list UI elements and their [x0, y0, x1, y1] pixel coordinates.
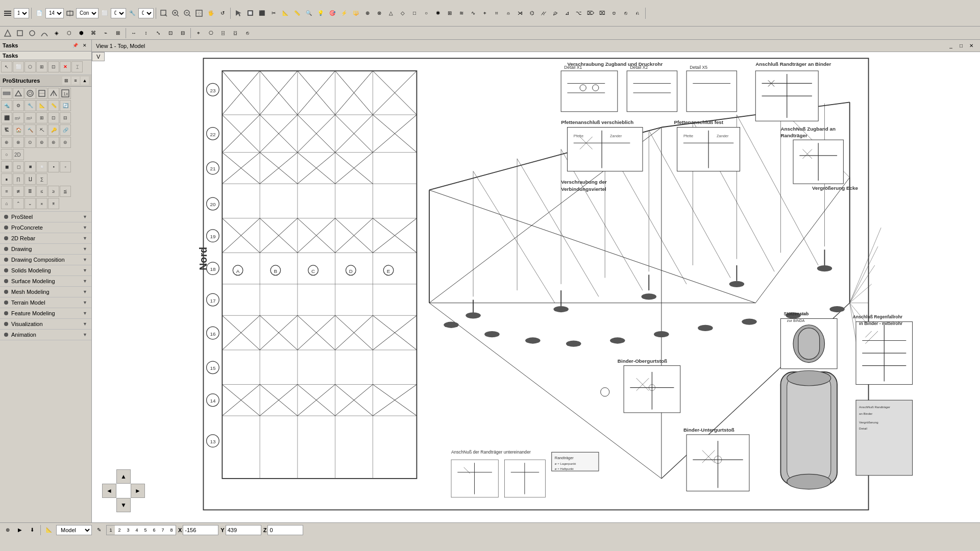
sel9[interactable]: 🎯: [327, 8, 338, 19]
status-icon4[interactable]: 📐: [44, 525, 54, 535]
tb4[interactable]: 🔧: [127, 8, 138, 19]
sel31[interactable]: ⌦: [585, 8, 596, 19]
ps-t9[interactable]: 🔧: [24, 100, 36, 111]
maximize-btn[interactable]: □: [957, 41, 966, 51]
tasks-pin[interactable]: 📌: [71, 41, 79, 49]
ps-t48[interactable]: ≦: [60, 186, 71, 197]
ps-t47[interactable]: ≥: [48, 186, 59, 197]
sel5[interactable]: 📐: [280, 8, 291, 19]
new-button[interactable]: 📄: [34, 8, 45, 19]
ps-t39[interactable]: ∎: [1, 173, 12, 185]
rotate-tool[interactable]: ↺: [217, 8, 228, 19]
sel28[interactable]: ⌮: [550, 8, 561, 19]
sec-tb18[interactable]: ⌻: [217, 28, 229, 39]
ps-t5[interactable]: [48, 88, 59, 99]
ps-t52[interactable]: ⌅: [36, 198, 47, 209]
pan-tool[interactable]: 🖐: [205, 8, 216, 19]
zoom-in[interactable]: [170, 8, 181, 19]
close-view-btn[interactable]: ✕: [967, 41, 976, 51]
tab-7[interactable]: 7: [159, 525, 167, 535]
ps-t18[interactable]: ⊟: [60, 112, 71, 123]
sel3[interactable]: ⬛: [256, 8, 267, 19]
ps-t45[interactable]: ≣: [24, 186, 36, 197]
nav-left[interactable]: ◄: [102, 484, 116, 498]
list-view[interactable]: ≡: [71, 77, 80, 85]
ps-t11[interactable]: 📏: [48, 100, 59, 111]
ps-t12[interactable]: 🔄: [60, 100, 71, 111]
y-input[interactable]: [226, 525, 261, 535]
drawing-viewport[interactable]: 23 22 21 20 19 18 17: [92, 52, 980, 522]
tb3[interactable]: ⬜: [99, 8, 110, 19]
sec-tb10[interactable]: ⊞: [112, 28, 124, 39]
select-all[interactable]: ⊞: [36, 61, 47, 72]
sec-tb12[interactable]: ↕: [140, 28, 152, 39]
sec-tb1[interactable]: [2, 28, 13, 39]
tab-1[interactable]: 1: [107, 525, 115, 535]
sel23[interactable]: ⌗: [491, 8, 502, 19]
ps-t28[interactable]: ⊚: [36, 137, 47, 148]
sec-tb4[interactable]: [39, 28, 50, 39]
sec-tb6[interactable]: ⬡: [63, 28, 75, 39]
menu-prosteel[interactable]: ProSteel ▼: [0, 212, 91, 222]
ps-t13[interactable]: ⬛: [1, 112, 12, 123]
menu-solids-modeling[interactable]: Solids Modeling ▼: [0, 265, 91, 276]
ps-t20[interactable]: 🏠: [13, 124, 24, 136]
ps-t23[interactable]: 🔑: [48, 124, 59, 136]
ps-t51[interactable]: ⌄: [24, 198, 36, 209]
sec-tb3[interactable]: [27, 28, 38, 39]
model-dropdown[interactable]: Model: [56, 525, 92, 535]
grid-view[interactable]: ⊞: [62, 77, 70, 85]
tab-6[interactable]: 6: [150, 525, 158, 535]
num1-dropdown[interactable]: 0: [111, 8, 126, 18]
ps-t35[interactable]: ◾: [24, 161, 36, 172]
sec-tb8[interactable]: ⌘: [88, 28, 99, 39]
ps-t42[interactable]: ∑: [36, 173, 47, 185]
sec-tb14[interactable]: ⊡: [165, 28, 176, 39]
ps-t41[interactable]: ∐: [24, 173, 36, 185]
ps-t30[interactable]: ⊜: [60, 137, 71, 148]
cont-dropdown[interactable]: Cont▾: [76, 8, 99, 18]
menu-proconcrete[interactable]: ProConcrete ▼: [0, 222, 91, 233]
menu-animation[interactable]: Animation ▼: [0, 330, 91, 340]
sel29[interactable]: ⊿: [561, 8, 573, 19]
sel4[interactable]: ✂: [268, 8, 279, 19]
menu-feature-modeling[interactable]: Feature Modeling ▼: [0, 308, 91, 319]
sec-tb15[interactable]: ⊟: [177, 28, 188, 39]
ps-t2[interactable]: [13, 88, 24, 99]
ps-t8[interactable]: ⚙: [13, 100, 24, 111]
sel25[interactable]: ⋊: [514, 8, 526, 19]
ps-t1[interactable]: [1, 88, 12, 99]
x-input[interactable]: [183, 525, 218, 535]
sel24[interactable]: ⍝: [503, 8, 514, 19]
sec-tb11[interactable]: ↔: [128, 28, 139, 39]
ps-t37[interactable]: ▪: [48, 161, 59, 172]
sel8[interactable]: 💡: [315, 8, 326, 19]
sel22[interactable]: ⌖: [479, 8, 491, 19]
sel19[interactable]: ⊞: [444, 8, 455, 19]
status-icon1[interactable]: ⊕: [3, 525, 13, 535]
sel15[interactable]: ◇: [397, 8, 408, 19]
sec-tb5[interactable]: ◈: [51, 28, 62, 39]
zoom-out[interactable]: [182, 8, 193, 19]
ps-t53[interactable]: ⌆: [48, 198, 59, 209]
zoom-window[interactable]: [158, 8, 169, 19]
ps-t21[interactable]: 🔨: [24, 124, 36, 136]
sel32[interactable]: ⌧: [597, 8, 608, 19]
ps-t17[interactable]: ⊡: [48, 112, 59, 123]
ps-t19[interactable]: 🏗: [1, 124, 12, 136]
sel30[interactable]: ⌥: [573, 8, 584, 19]
ps-t34[interactable]: ◻: [13, 161, 24, 172]
sec-tb16[interactable]: ⌖: [193, 28, 204, 39]
ps-t36[interactable]: ◽: [36, 161, 47, 172]
sec-tb2[interactable]: [14, 28, 26, 39]
sel18[interactable]: ✱: [432, 8, 444, 19]
menu-drawing[interactable]: Drawing ▼: [0, 244, 91, 255]
sel17[interactable]: ○: [421, 8, 432, 19]
sel1[interactable]: [233, 8, 244, 19]
sel2[interactable]: 🔲: [244, 8, 256, 19]
menu-2drebar[interactable]: 2D Rebar ▼: [0, 233, 91, 244]
ps-t4[interactable]: [36, 88, 47, 99]
ps-t16[interactable]: ⊞: [36, 112, 47, 123]
sec-tb13[interactable]: ⤡: [153, 28, 164, 39]
level-dropdown[interactable]: 140: [45, 8, 64, 18]
